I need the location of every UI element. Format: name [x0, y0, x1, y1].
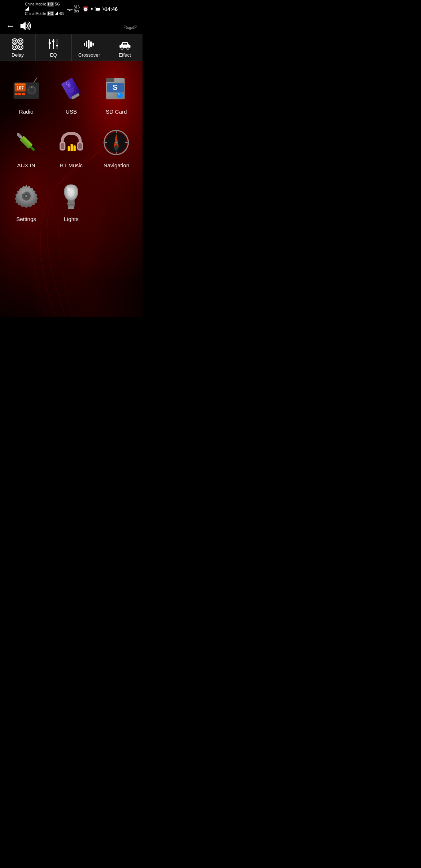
tab-delay-label: Delay	[12, 52, 24, 58]
svg-rect-23	[123, 43, 125, 45]
app-radio[interactable]: 107 Radio	[4, 68, 49, 122]
svg-rect-64	[71, 144, 73, 151]
svg-rect-37	[22, 93, 25, 95]
status-right: ⏰ ✦ 14:46	[83, 6, 118, 12]
back-button[interactable]: ←	[6, 21, 15, 31]
app-grid: 107 Radio	[0, 61, 143, 237]
svg-text:107: 107	[16, 85, 24, 91]
svg-rect-53	[114, 96, 116, 99]
svg-point-48	[117, 92, 123, 98]
tab-crossover-label: Crossover	[78, 52, 100, 58]
svg-point-1	[12, 39, 17, 44]
carrier2-label: China Mobile HD 4G	[25, 11, 64, 16]
svg-rect-18	[90, 41, 92, 47]
svg-text:S: S	[113, 83, 117, 91]
svg-rect-65	[73, 145, 76, 151]
svg-point-49	[118, 93, 120, 95]
svg-point-22	[127, 47, 129, 49]
volume-icon[interactable]	[19, 21, 31, 31]
effect-icon	[118, 38, 132, 51]
app-auxin-label: AUX IN	[17, 162, 35, 168]
auxin-icon	[12, 128, 41, 157]
app-sdcard[interactable]: S SD Card	[94, 68, 139, 122]
eq-icon	[47, 38, 60, 51]
carrier1-label: China Mobile HD 5G	[25, 2, 60, 11]
svg-rect-19	[92, 43, 94, 46]
app-radio-label: Radio	[19, 108, 33, 115]
btmusic-icon	[57, 128, 86, 157]
svg-rect-17	[88, 40, 90, 49]
alarm-icon: ⏰	[83, 6, 88, 12]
svg-rect-16	[86, 41, 87, 47]
carrier-info: China Mobile HD 5G China Mobile HD 4G	[25, 2, 64, 16]
svg-rect-14	[56, 45, 58, 46]
svg-point-21	[121, 47, 123, 49]
app-lights[interactable]: Lights	[49, 176, 94, 229]
tab-crossover[interactable]: Crossover	[72, 34, 107, 61]
app-navigation[interactable]: Navigation	[94, 122, 139, 176]
app-settings[interactable]: Settings	[4, 176, 49, 229]
svg-point-7	[18, 45, 23, 50]
svg-rect-60	[61, 143, 64, 149]
svg-point-6	[14, 46, 16, 48]
app-settings-label: Settings	[16, 216, 36, 222]
svg-rect-63	[68, 146, 70, 151]
top-nav: ←	[0, 18, 143, 34]
app-btmusic-label: BT Music	[60, 162, 83, 168]
svg-rect-24	[125, 43, 127, 45]
svg-rect-30	[15, 84, 26, 85]
svg-point-32	[29, 87, 35, 93]
bluetooth-icon: ✦	[90, 7, 94, 12]
app-sdcard-label: SD Card	[106, 108, 127, 115]
battery-icon	[95, 7, 103, 11]
svg-rect-58	[30, 146, 35, 151]
time-display: 14:46	[105, 6, 118, 12]
app-navigation-label: Navigation	[103, 162, 129, 168]
top-nav-left: ←	[6, 21, 31, 31]
svg-rect-35	[15, 93, 18, 95]
wifi-top-icon	[124, 21, 137, 31]
svg-point-2	[14, 40, 16, 42]
svg-point-4	[19, 40, 22, 42]
tab-effect-label: Effect	[119, 52, 131, 58]
svg-point-33	[31, 87, 33, 88]
app-lights-label: Lights	[64, 216, 79, 222]
sdcard-icon: S	[102, 74, 131, 103]
settings-icon	[12, 182, 41, 211]
app-auxin[interactable]: AUX IN	[4, 122, 49, 176]
svg-rect-12	[52, 41, 54, 42]
navigation-icon	[102, 128, 131, 157]
svg-point-8	[19, 46, 22, 48]
tab-bar: Delay EQ Crossover	[0, 34, 143, 61]
svg-rect-84	[68, 207, 74, 209]
tab-eq-label: EQ	[50, 52, 57, 58]
battery-fill	[96, 8, 100, 11]
app-btmusic[interactable]: BT Music	[49, 122, 94, 176]
svg-marker-0	[20, 22, 26, 30]
app-usb[interactable]: USB	[49, 68, 94, 122]
wifi-icon	[67, 7, 73, 11]
svg-rect-62	[78, 143, 82, 149]
lights-icon	[57, 182, 86, 211]
svg-rect-82	[67, 203, 75, 205]
delay-icon	[11, 38, 24, 51]
app-usb-label: USB	[66, 108, 77, 115]
svg-point-5	[12, 45, 17, 50]
tab-eq[interactable]: EQ	[36, 34, 72, 61]
svg-point-3	[18, 39, 23, 44]
svg-rect-36	[18, 93, 21, 95]
svg-rect-50	[108, 96, 109, 99]
svg-rect-15	[84, 43, 85, 46]
svg-point-79	[25, 195, 27, 197]
status-bar: China Mobile HD 5G China Mobile HD 4G	[0, 0, 143, 18]
svg-rect-51	[110, 96, 111, 99]
radio-icon: 107	[12, 74, 41, 103]
main-content: 107 Radio	[0, 61, 143, 317]
network-speed: 816B/s	[74, 5, 80, 13]
svg-rect-52	[112, 96, 114, 99]
svg-point-75	[115, 142, 117, 143]
tab-delay[interactable]: Delay	[0, 34, 36, 61]
crossover-icon	[83, 38, 96, 51]
tab-effect[interactable]: Effect	[107, 34, 143, 61]
svg-rect-83	[68, 205, 75, 207]
